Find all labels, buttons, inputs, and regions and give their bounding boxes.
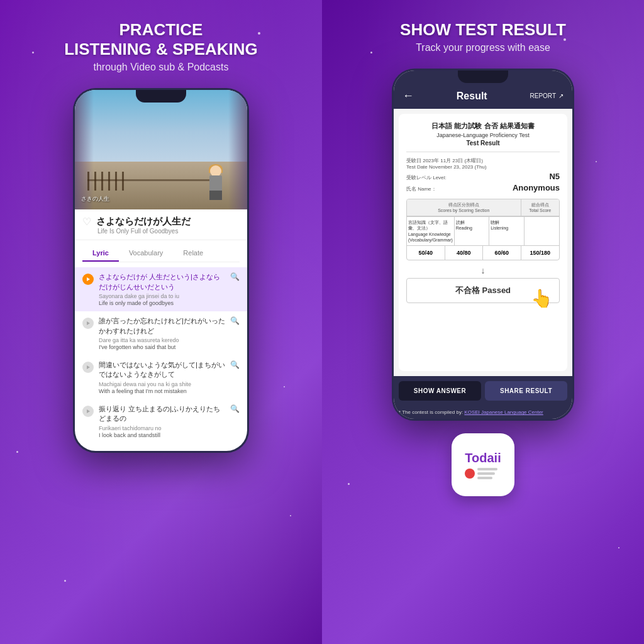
scores-listening-header: 聴解Listening [489,217,524,245]
lyric-dot [82,406,94,417]
phone-notch [136,90,186,103]
score-reading: 40/80 [445,246,484,260]
star [348,483,350,485]
scores-subheader: 言語知識（文字、語彙、文法）Language Knowledge(Vocabul… [407,216,559,245]
lyric-item[interactable]: 間違いではないような気がして|まちがいではないようなきがして Machigai … [75,355,247,399]
lyric-phone: さきの人生 ♡ さよならだけが人生だ Life Is Only Full of … [73,88,249,453]
svg-marker-0 [87,277,90,281]
scores-lang-header: 言語知識（文字、語彙、文法）Language Knowledge(Vocabul… [407,217,455,245]
hand-cursor-icon: 👆 [531,288,553,309]
lyric-text-block: さよならだけが 人生だという|さよならだけがじんせいだという Sayonara … [99,272,225,306]
svg-marker-3 [87,409,90,413]
scores-total-header: 総合得点Total Score [521,199,560,216]
lyric-jp: 振り返り 立ち止まるの|ふりかえりたちどまるの [99,404,225,424]
lines-block [477,468,497,479]
cert-details: 受験日 2023年 11月 23日 (木曜日) Test Date Novemb… [406,157,560,192]
icon-line [477,477,492,479]
lyric-search-icon[interactable]: 🔍 [230,272,240,281]
star [16,451,18,453]
tab-lyric[interactable]: Lyric [82,245,119,262]
lyric-item[interactable]: 誰が言ったか忘れたけれど|だれがいったかわすれたけれど Dare ga itta… [75,311,247,355]
lyric-item[interactable]: 振り返り 立ち止まるの|ふりかえりたちどまるの Furikaeri tachid… [75,399,247,443]
cert-title-en1: Japanese-Language Proficiency Test [406,132,560,138]
score-listening: 60/60 [483,246,521,260]
arrow-down-icon: ↓ [406,265,560,275]
share-result-button[interactable]: SHARE RESULT [485,381,567,401]
fence-post [87,172,89,191]
cert-title-en2: Test Result [406,140,560,147]
char-torso [209,175,222,191]
anime-video: さきの人生 [75,90,247,209]
curtain-right [228,90,247,209]
lyric-en: With a feeling that I'm not mistaken [99,388,225,394]
cert-title-jp: 日本語 能力試験 合否 結果通知書 [406,121,560,131]
footnote-link[interactable]: KOSEI Japanese Language Center [464,409,543,415]
app-icon-inner: Todaii [465,451,501,479]
cert-name-value: Anonymous [513,183,560,192]
app-icon-container: Todaii [452,433,514,496]
app-icon-graphic [465,468,501,479]
star [596,161,597,162]
lyric-en: I look back and standstill [99,432,225,438]
lyric-jp: さよならだけが 人生だという|さよならだけがじんせいだという [99,272,225,292]
fence-post [115,172,117,191]
lyric-en: Life is only made of goodbyes [99,300,225,306]
left-title: PRACTICE LISTENING & SPEAKING [64,20,258,59]
lyric-search-icon[interactable]: 🔍 [230,360,240,369]
song-title-en: Life Is Only Full of Goodbyes [97,228,240,235]
fence-posts [87,172,216,191]
anime-text-overlay: さきの人生 [81,195,109,203]
fence-post [94,172,96,191]
lyric-dot-active [82,274,94,285]
lyric-jp: 間違いではないような気がして|まちがいではないようなきがして [99,360,225,380]
passed-label: 不合格 Passed [455,286,511,295]
tab-vocabulary[interactable]: Vocabulary [119,245,173,262]
cert-name-label: 氏名 Name： [406,186,436,192]
fence-post [101,172,103,191]
star [64,580,66,582]
right-panel-header: SHOW TEST RESULT Track your progress wit… [400,20,566,53]
song-title-row: ♡ さよならだけが人生だ [82,216,240,228]
scores-reading-header: 読解Reading [455,217,489,245]
certificate-header: 日本語 能力試験 合否 結果通知書 Japanese-Language Prof… [406,121,560,152]
right-title: SHOW TEST RESULT [400,20,566,40]
fence-post [122,172,124,191]
lyric-dot [82,318,94,329]
icon-line [477,472,495,475]
lyrics-list: さよならだけが 人生だという|さよならだけがじんせいだという Sayonara … [75,262,247,451]
cert-level-row: 受験レベル Level: N5 [406,172,560,181]
lyric-search-icon[interactable]: 🔍 [230,316,240,325]
scores-table: 得点区分別得点Scores by Scoring Section 総合得点Tot… [406,199,560,260]
show-answer-button[interactable]: SHOW ANSWER [399,381,481,401]
lyric-romanji: Furikaeri tachidomaru no [99,425,225,431]
contest-note: * The contest is compiled by: KOSEI Japa… [394,406,572,419]
report-button[interactable]: REPORT ↗ [530,92,564,99]
cert-date-en-label: Test Date November 23, 2023 (Thu) [406,164,487,170]
phone-notch-right [458,70,508,83]
certificate-content: 日本語 能力試験 合否 結果通知書 Japanese-Language Prof… [399,114,567,371]
share-icon: ↗ [558,92,564,99]
lyric-item[interactable]: さよならだけが 人生だという|さよならだけがじんせいだという Sayonara … [75,267,247,311]
char-body [206,165,225,200]
svg-marker-2 [87,365,90,369]
score-total: 150/180 [521,246,560,260]
app-icon: Todaii [452,433,514,496]
fence-post [108,172,110,191]
star [258,32,260,35]
back-button[interactable]: ← [402,89,414,103]
right-panel: SHOW TEST RESULT Track your progress wit… [322,0,644,644]
star [370,52,372,53]
lyric-romanji: Sayonara dake ga jinsei da to iu [99,293,225,299]
lyric-search-icon[interactable]: 🔍 [230,404,240,413]
star [290,515,291,516]
scores-total-sub-header [525,217,559,245]
cert-date-jp: 受験日 2023年 11月 23日 (木曜日) [406,157,560,164]
curtain-left [75,90,94,209]
svg-marker-1 [87,321,90,325]
heart-icon[interactable]: ♡ [82,216,91,228]
tab-relate[interactable]: Relate [173,245,213,262]
star [618,547,619,548]
app-name: Todaii [465,451,501,465]
lyric-screen: さきの人生 ♡ さよならだけが人生だ Life Is Only Full of … [75,90,247,451]
char-legs [209,191,222,200]
